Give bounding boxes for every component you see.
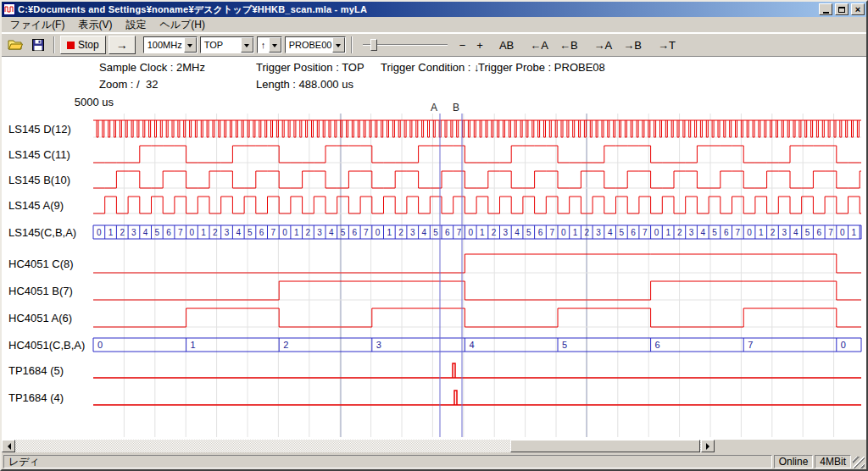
status-online-panel: Online bbox=[774, 455, 814, 468]
bus-value: 1 bbox=[665, 228, 670, 237]
goto-trigger-button[interactable]: →T bbox=[655, 38, 678, 53]
bus-value: 3 bbox=[504, 228, 509, 237]
resize-grip[interactable] bbox=[853, 457, 865, 468]
trigger-edge-select[interactable]: ↑ bbox=[257, 36, 282, 53]
waveform-trace bbox=[93, 197, 861, 213]
app-window: C:¥Documents and Settings¥noname¥デスクトップ¥… bbox=[0, 0, 868, 471]
channel-label: HC4051 B(7) bbox=[8, 285, 73, 297]
channel-label: LS145 C(11) bbox=[8, 148, 70, 161]
dropdown-arrow-icon[interactable] bbox=[332, 37, 345, 53]
bus-value: 0 bbox=[747, 228, 752, 237]
bus-value: 3 bbox=[689, 228, 694, 237]
bus-value: 2 bbox=[283, 340, 288, 350]
minimize-button[interactable] bbox=[819, 3, 832, 15]
sample-clock-select[interactable]: 100MHz bbox=[143, 36, 198, 53]
run-button[interactable]: → bbox=[108, 36, 136, 54]
channel-label: LS145 B(10) bbox=[8, 174, 70, 186]
app-icon bbox=[3, 3, 15, 15]
bus-value: 3 bbox=[410, 228, 415, 237]
bus-value: 3 bbox=[131, 228, 136, 237]
move-b-left-button[interactable]: ←B bbox=[557, 38, 581, 53]
maximize-button[interactable] bbox=[835, 3, 849, 15]
bus-value: 3 bbox=[596, 228, 601, 237]
channel-label: HC4051 C(8) bbox=[8, 258, 74, 270]
move-b-right-button[interactable]: →B bbox=[620, 38, 644, 53]
bus-value: 7 bbox=[457, 228, 462, 237]
close-button[interactable]: × bbox=[851, 3, 865, 15]
bus-value: 2 bbox=[306, 228, 311, 237]
bus-value: 4 bbox=[469, 340, 474, 350]
waveform-trace bbox=[93, 281, 861, 300]
trigger-probe-select[interactable]: PROBE00 bbox=[285, 36, 346, 53]
bus-value: 6 bbox=[724, 228, 729, 237]
horizontal-scrollbar bbox=[2, 440, 866, 452]
sample-clock-value: 100MHz bbox=[144, 40, 184, 50]
open-file-button[interactable] bbox=[5, 36, 25, 54]
bus-value: 5 bbox=[155, 228, 160, 237]
scrollbar-thumb[interactable] bbox=[510, 440, 700, 452]
status-ready-panel: レディ bbox=[3, 455, 772, 468]
menu-item-settings[interactable]: 設定 bbox=[119, 16, 153, 34]
bus-value: 3 bbox=[225, 228, 230, 237]
bus-value: 4 bbox=[236, 228, 241, 237]
bus-value: 7 bbox=[736, 228, 741, 237]
bus-value: 1 bbox=[573, 228, 578, 237]
bus-value: 4 bbox=[515, 228, 520, 237]
dropdown-arrow-icon[interactable] bbox=[241, 37, 253, 53]
stop-label: Stop bbox=[78, 39, 99, 51]
bus-value: 0 bbox=[190, 228, 195, 237]
zoom-slider[interactable] bbox=[363, 37, 448, 53]
close-icon: × bbox=[855, 5, 860, 14]
marker-label-a: A bbox=[431, 102, 437, 114]
bus-value: 6 bbox=[538, 228, 543, 237]
zoom-slider-handle[interactable] bbox=[370, 39, 377, 51]
bus-value: 5 bbox=[805, 228, 810, 237]
bus-value: 2 bbox=[677, 228, 682, 237]
bus-value: 3 bbox=[317, 228, 322, 237]
bus-value: 6 bbox=[817, 228, 822, 237]
bus-value: 6 bbox=[445, 228, 450, 237]
title-bar[interactable]: C:¥Documents and Settings¥noname¥デスクトップ¥… bbox=[2, 2, 866, 17]
bus-value: 7 bbox=[364, 228, 369, 237]
bus-value: 0 bbox=[468, 228, 473, 237]
zoom-in-button[interactable]: + bbox=[474, 38, 486, 53]
bus-value: 7 bbox=[271, 228, 276, 237]
bus-value: 4 bbox=[701, 228, 706, 237]
bus-value: 5 bbox=[620, 228, 625, 237]
bus-value: 4 bbox=[422, 228, 427, 237]
trigger-position-select[interactable]: TOP bbox=[200, 36, 254, 53]
dropdown-arrow-icon[interactable] bbox=[184, 37, 197, 53]
menu-item-view[interactable]: 表示(V) bbox=[71, 16, 119, 34]
menu-item-help[interactable]: ヘルプ(H) bbox=[153, 16, 212, 34]
ab-span-button[interactable]: AB bbox=[497, 38, 516, 53]
bus-value: 4 bbox=[608, 228, 613, 237]
floppy-disk-icon bbox=[32, 39, 44, 51]
bus-value: 6 bbox=[259, 228, 264, 237]
bus-value: 1 bbox=[191, 340, 196, 350]
bus-value: 6 bbox=[166, 228, 171, 237]
scroll-right-button[interactable] bbox=[701, 440, 715, 452]
minimize-icon bbox=[823, 12, 829, 14]
bus-value: 0 bbox=[654, 228, 659, 237]
move-a-left-button[interactable]: ←A bbox=[527, 38, 551, 53]
bus-value: 0 bbox=[376, 228, 381, 237]
waveform-area[interactable]: LS145 D(12)LS145 C(11)LS145 B(10)LS145 A… bbox=[2, 58, 866, 440]
bus-value: 5 bbox=[341, 228, 346, 237]
save-button[interactable] bbox=[28, 36, 48, 54]
bus-value: 2 bbox=[492, 228, 497, 237]
bus-value: 0 bbox=[97, 228, 102, 237]
menu-item-file[interactable]: ファイル(F) bbox=[3, 16, 71, 34]
bus-value: 2 bbox=[213, 228, 218, 237]
status-bar: レディ Online 4MBit bbox=[2, 454, 866, 469]
dropdown-arrow-icon[interactable] bbox=[269, 37, 281, 53]
scroll-left-button[interactable] bbox=[2, 440, 15, 452]
bus-value: 0 bbox=[840, 228, 845, 237]
bus-value: 1 bbox=[480, 228, 485, 237]
stop-button[interactable]: Stop bbox=[60, 36, 106, 54]
zoom-out-button[interactable]: − bbox=[457, 38, 469, 53]
toolbar-separator bbox=[53, 36, 55, 53]
move-a-right-button[interactable]: →A bbox=[592, 38, 615, 53]
bus-value: 5 bbox=[562, 340, 567, 350]
scroll-left-icon bbox=[4, 443, 11, 450]
trigger-probe-value: PROBE00 bbox=[286, 40, 332, 50]
